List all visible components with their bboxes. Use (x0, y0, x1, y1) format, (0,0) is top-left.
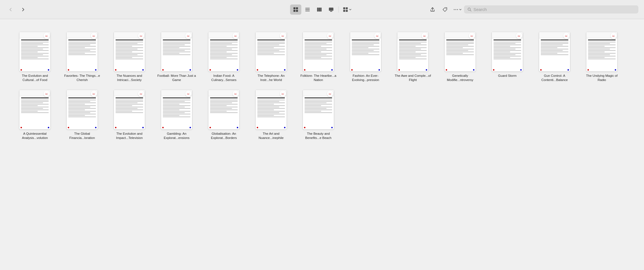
file-item[interactable]: PDFFolklore- The Heartbe...a Nation (296, 29, 341, 84)
svg-text:PDF: PDF (376, 35, 379, 37)
tag-button[interactable] (439, 4, 451, 15)
file-item[interactable]: PDFThe Evolution and Impact...Television (107, 87, 152, 142)
file-label: Guard Storm (498, 74, 517, 78)
pdf-badge: PDF (138, 91, 144, 97)
svg-rect-1 (296, 7, 298, 9)
pdf-badge: PDF (233, 33, 239, 39)
svg-point-19 (457, 9, 458, 10)
file-item[interactable]: PDFThe Art and Nuance...inephile (249, 87, 294, 142)
file-thumbnail: PDF (445, 32, 476, 71)
pdf-badge: PDF (611, 33, 617, 39)
file-thumbnail: PDF (586, 32, 617, 71)
file-thumbnail: PDF (161, 90, 192, 129)
file-item[interactable]: PDFThe Awe and Comple...of Flight (390, 29, 435, 84)
svg-text:PDF: PDF (613, 35, 615, 37)
svg-rect-12 (343, 7, 345, 9)
file-thumbnail: PDF (67, 90, 98, 129)
file-item[interactable]: PDFGenetically Modifie...ntroversy (438, 29, 483, 84)
file-grid: PDFThe Evolution and Cultural...of FoodP… (0, 19, 644, 152)
svg-rect-15 (346, 10, 348, 12)
svg-text:PDF: PDF (235, 35, 237, 37)
file-label: Gambling- An Explorat...ensions (157, 132, 196, 140)
svg-rect-8 (319, 8, 320, 12)
svg-text:PDF: PDF (282, 93, 284, 94)
file-thumbnail: PDF (539, 32, 570, 71)
file-item[interactable]: PDFGun Control- A Contenti...Balance (532, 29, 577, 84)
file-item[interactable]: PDFThe Global Financia...loration (60, 87, 105, 142)
file-item[interactable]: PDFThe Beauty and Benefits...e Beach (296, 87, 341, 142)
search-input[interactable] (473, 7, 635, 12)
file-thumbnail: PDF (208, 32, 239, 71)
back-button[interactable] (6, 4, 16, 15)
svg-rect-7 (317, 8, 319, 12)
svg-text:PDF: PDF (565, 35, 568, 37)
file-item[interactable]: PDFThe Evolution and Cultural...of Food (12, 29, 57, 84)
file-label: The Global Financia...loration (62, 132, 102, 140)
view-grid-button[interactable] (290, 4, 301, 15)
svg-point-18 (456, 9, 456, 10)
file-thumbnail: PDF (208, 90, 239, 129)
file-thumbnail: PDF (114, 32, 145, 71)
file-label: Fashion- An Ever- Evolving...pression (346, 74, 385, 82)
svg-text:PDF: PDF (518, 35, 521, 37)
file-label: The Beauty and Benefits...e Beach (299, 132, 338, 140)
pdf-badge: PDF (327, 33, 333, 39)
pdf-badge: PDF (469, 33, 475, 39)
svg-text:PDF: PDF (282, 35, 284, 37)
forward-button[interactable] (18, 4, 28, 15)
file-item[interactable]: PDFGuard Storm (485, 29, 530, 84)
svg-text:PDF: PDF (46, 35, 48, 37)
file-label: Indian Food- A Culinary...Senses (204, 74, 244, 82)
svg-text:PDF: PDF (235, 93, 237, 94)
svg-rect-13 (346, 7, 348, 9)
file-label: Football- More Than Just a Game (157, 74, 196, 82)
file-item[interactable]: PDFIndian Food- A Culinary...Senses (201, 29, 246, 84)
view-columns-button[interactable] (314, 4, 325, 15)
file-item[interactable]: PDFFavorites- The Things...e Cherish (60, 29, 105, 84)
pdf-badge: PDF (280, 33, 286, 39)
file-label: Folklore- The Heartbe...a Nation (299, 74, 338, 82)
view-list-button[interactable] (302, 4, 313, 15)
file-item[interactable]: PDFGlobalisation- An Explorat...Borders (201, 87, 246, 142)
svg-point-16 (445, 8, 446, 9)
search-bar[interactable] (464, 5, 638, 14)
view-group-button[interactable] (341, 6, 354, 14)
file-label: The Nuances and Intricaci...Society (110, 74, 149, 82)
file-label: The Telephone- An Instr...he World (251, 74, 291, 82)
view-controls (290, 4, 354, 15)
search-icon (467, 7, 472, 12)
file-thumbnail: PDF (19, 90, 50, 129)
svg-text:PDF: PDF (93, 93, 95, 94)
pdf-badge: PDF (91, 91, 97, 97)
file-item[interactable]: PDFGambling- An Explorat...ensions (154, 87, 199, 142)
svg-text:PDF: PDF (329, 35, 332, 37)
svg-rect-0 (294, 7, 296, 9)
file-thumbnail: PDF (397, 32, 428, 71)
svg-line-21 (470, 10, 471, 11)
file-label: The Evolution and Impact...Television (110, 132, 149, 140)
pdf-badge: PDF (280, 91, 286, 97)
file-label: The Art and Nuance...inephile (251, 132, 291, 140)
share-button[interactable] (427, 4, 438, 15)
toolbar (0, 0, 644, 19)
file-thumbnail: PDF (114, 90, 145, 129)
svg-rect-10 (329, 8, 334, 11)
file-item[interactable]: PDFThe Undying Magic of Radio (579, 29, 624, 84)
file-thumbnail: PDF (350, 32, 381, 71)
file-thumbnail: PDF (67, 32, 98, 71)
more-button[interactable] (452, 4, 463, 15)
file-item[interactable]: PDFFashion- An Ever- Evolving...pression (343, 29, 388, 84)
svg-text:PDF: PDF (140, 35, 143, 37)
pdf-badge: PDF (422, 33, 428, 39)
view-gallery-button[interactable] (326, 4, 337, 15)
file-item[interactable]: PDFFootball- More Than Just a Game (154, 29, 199, 84)
file-item[interactable]: PDFA Quintessential Analysis...volution (12, 87, 57, 142)
pdf-badge: PDF (185, 91, 192, 97)
pdf-badge: PDF (327, 91, 333, 97)
svg-text:PDF: PDF (187, 93, 190, 94)
file-item[interactable]: PDFThe Nuances and Intricaci...Society (107, 29, 152, 84)
svg-text:PDF: PDF (471, 35, 473, 37)
svg-text:PDF: PDF (329, 93, 332, 94)
file-thumbnail: PDF (161, 32, 192, 71)
file-item[interactable]: PDFThe Telephone- An Instr...he World (249, 29, 294, 84)
